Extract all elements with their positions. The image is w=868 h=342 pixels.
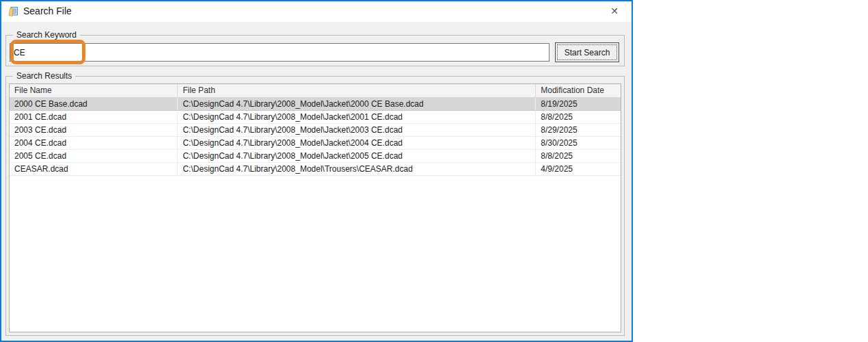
table-row[interactable]: 2000 CE Base.dcad C:\DesignCad 4.7\Libra… <box>10 98 621 111</box>
cell-file-path: C:\DesignCad 4.7\Library\2008_Model\Jack… <box>178 98 536 110</box>
cell-file-path: C:\DesignCad 4.7\Library\2008_Model\Jack… <box>178 124 536 136</box>
cell-modification-date: 8/19/2025 <box>536 98 621 110</box>
table-row[interactable]: 2005 CE.dcad C:\DesignCad 4.7\Library\20… <box>10 150 621 163</box>
cell-file-path: C:\DesignCad 4.7\Library\2008_Model\Jack… <box>178 150 536 162</box>
start-search-button[interactable]: Start Search <box>555 42 619 62</box>
cell-file-name: 2000 CE Base.dcad <box>10 98 178 110</box>
search-file-icon <box>7 5 19 18</box>
cell-file-path: C:\DesignCad 4.7\Library\2008_Model\Jack… <box>178 137 536 149</box>
table-row[interactable]: 2001 CE.dcad C:\DesignCad 4.7\Library\20… <box>10 111 621 124</box>
cell-file-path: C:\DesignCad 4.7\Library\2008_Model\Jack… <box>178 111 536 123</box>
cell-modification-date: 8/30/2025 <box>536 137 621 149</box>
search-results-group-label: Search Results <box>13 71 75 81</box>
table-row[interactable]: 2004 CE.dcad C:\DesignCad 4.7\Library\20… <box>10 137 621 150</box>
table-header-row: File Name File Path Modification Date <box>10 84 621 98</box>
cell-modification-date: 8/29/2025 <box>536 124 621 136</box>
cell-modification-date: 4/9/2025 <box>536 163 621 175</box>
title-bar: Search File ✕ <box>1 1 632 22</box>
column-header-modification-date[interactable]: Modification Date <box>536 84 621 97</box>
cell-modification-date: 8/8/2025 <box>536 150 621 162</box>
search-keyword-group-label: Search Keyword <box>13 30 80 40</box>
cell-modification-date: 8/8/2025 <box>536 111 621 123</box>
close-icon[interactable]: ✕ <box>603 3 626 19</box>
cell-file-name: 2003 CE.dcad <box>10 124 178 136</box>
table-row[interactable]: 2003 CE.dcad C:\DesignCad 4.7\Library\20… <box>10 124 621 137</box>
window-title: Search File <box>23 5 72 16</box>
search-keyword-input[interactable] <box>10 43 550 62</box>
cell-file-name: 2004 CE.dcad <box>10 137 178 149</box>
cell-file-name: 2001 CE.dcad <box>10 111 178 123</box>
search-file-dialog: Search File ✕ Search Keyword Start Searc… <box>0 0 633 342</box>
column-header-file-name[interactable]: File Name <box>10 84 178 97</box>
table-row[interactable]: CEASAR.dcad C:\DesignCad 4.7\Library\200… <box>10 163 621 176</box>
cell-file-name: CEASAR.dcad <box>10 163 178 175</box>
column-header-file-path[interactable]: File Path <box>178 84 536 97</box>
search-results-table: File Name File Path Modification Date 20… <box>9 83 621 332</box>
cell-file-path: C:\DesignCad 4.7\Library\2008_Model\Trou… <box>178 163 536 175</box>
cell-file-name: 2005 CE.dcad <box>10 150 178 162</box>
